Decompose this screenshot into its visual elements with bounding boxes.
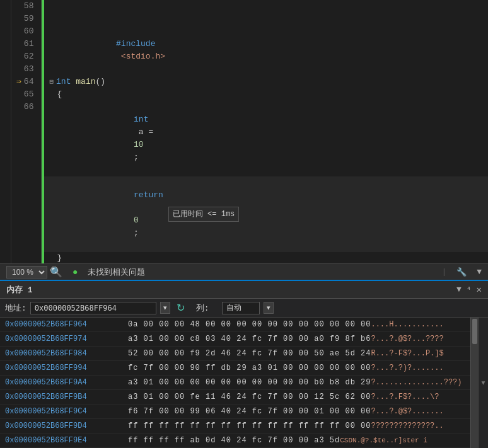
time-hint: 已用时间 <= 1ms <box>168 207 239 222</box>
memory-panel: 内存 1 ▼ ⁴ ✕ 地址: ▾ ↻ 列: ▾ 0x00000052B68FF9… <box>0 280 488 448</box>
no-issues-text: 未找到相关问题 <box>88 267 145 278</box>
dock-button[interactable]: ⁴ <box>467 285 472 295</box>
status-ok-icon: ● <box>73 267 78 277</box>
dropdown-arrow[interactable]: ▼ <box>477 267 482 277</box>
code-lines: #include <stdio.h> ⊟ int main () { <box>44 0 488 263</box>
code-line-63: int a = 10 ; <box>44 101 488 176</box>
memory-content-wrapper: 0x00000052B68FF964 0a 00 00 00 48 00 00 … <box>0 318 488 448</box>
address-label: 地址: <box>5 302 26 314</box>
zoom-control: 100 % 75 % 125 % 150 % 🔍 <box>6 266 62 279</box>
line-num-64: 64 <box>24 76 34 88</box>
memory-scrollbar[interactable] <box>470 318 478 448</box>
line-num-60: 60 <box>16 25 33 38</box>
code-line-61: ⊟ int main () <box>44 76 488 88</box>
memory-row-7: 0x00000052B68FF9D4 ff ff ff ff ff ff ff … <box>0 419 470 434</box>
line-num-63: 63 <box>16 63 33 76</box>
line-num-58: 58 <box>16 0 33 13</box>
int-keyword: int <box>56 76 71 88</box>
line-num-65: 65 <box>16 88 33 101</box>
memory-row-2: 0x00000052B68FF984 52 00 00 00 f9 2d 46 … <box>0 347 470 361</box>
close-button[interactable]: ✕ <box>477 284 482 295</box>
arrow-icon: ⇒ <box>16 76 21 88</box>
memory-row-0: 0x00000052B68FF964 0a 00 00 00 48 00 00 … <box>0 318 470 332</box>
code-line-58 <box>44 0 488 13</box>
address-dropdown-btn[interactable]: ▾ <box>160 302 170 314</box>
pin-button[interactable]: ▼ <box>456 285 462 294</box>
memory-title-bar: 内存 1 ▼ ⁴ ✕ <box>0 281 488 299</box>
memory-row-5: 0x00000052B68FF9B4 a3 01 00 00 fe 11 46 … <box>0 390 470 405</box>
main-wrapper: 58 59 60 61 62 63 ⇒ 64 65 66 <box>0 0 488 448</box>
breakpoint-gutter <box>0 0 11 263</box>
zoom-dropdown[interactable]: 100 % 75 % 125 % 150 % <box>6 266 47 279</box>
memory-rows: 0x00000052B68FF964 0a 00 00 00 48 00 00 … <box>0 318 470 448</box>
line-num-62: 62 <box>16 50 33 63</box>
line-num-66: 66 <box>16 101 33 113</box>
code-editor: 58 59 60 61 62 63 ⇒ 64 65 66 <box>0 0 488 263</box>
scrollbar-thumb[interactable] <box>472 319 477 344</box>
include-keyword: #include <box>116 39 155 49</box>
memory-row-8: 0x00000052B68FF9E4 ff ff ff ff ab 0d 40 … <box>0 434 470 448</box>
refresh-button[interactable]: ↻ <box>174 302 187 314</box>
zoom-icon: 🔍 <box>50 266 62 279</box>
code-line-65: } <box>44 252 488 263</box>
memory-row-3: 0x00000052B68FF994 fc 7f 00 00 90 ff db … <box>0 361 470 376</box>
right-panel-text: ▲ <box>480 379 487 386</box>
column-dropdown-btn[interactable]: ▾ <box>264 302 274 314</box>
column-input[interactable] <box>222 302 260 314</box>
main-function: main <box>76 76 95 88</box>
code-line-59 <box>44 13 488 25</box>
code-line-62: { <box>44 88 488 101</box>
collapse-icon[interactable]: ⊟ <box>49 76 54 88</box>
right-panel: ▲ <box>478 318 488 448</box>
separator: | <box>441 267 446 277</box>
status-bar: 100 % 75 % 125 % 150 % 🔍 ● 未找到相关问题 | 🔧 ▼ <box>0 263 488 280</box>
address-input[interactable] <box>30 302 156 314</box>
wrench-icon: 🔧 <box>456 267 467 277</box>
line-numbers: 58 59 60 61 62 63 ⇒ 64 65 66 <box>11 0 42 263</box>
memory-row-6: 0x00000052B68FF9C4 f6 7f 00 00 99 06 40 … <box>0 405 470 419</box>
title-controls: ▼ ⁴ ✕ <box>456 284 482 295</box>
line-num-61: 61 <box>16 38 33 50</box>
memory-row-1: 0x00000052B68FF974 a3 01 00 00 c8 03 40 … <box>0 332 470 347</box>
column-label: 列: <box>196 302 209 314</box>
memory-toolbar: 地址: ▾ ↻ 列: ▾ <box>0 299 488 318</box>
code-line-64: return 0 ; 已用时间 <= 1ms <box>44 176 488 252</box>
code-container: 58 59 60 61 62 63 ⇒ 64 65 66 <box>0 0 488 263</box>
line-num-59: 59 <box>16 13 33 25</box>
memory-row-4: 0x00000052B68FF9A4 a3 01 00 00 00 00 00 … <box>0 376 470 390</box>
code-line-60: #include <stdio.h> <box>44 25 488 76</box>
memory-panel-title: 内存 1 <box>6 284 33 296</box>
